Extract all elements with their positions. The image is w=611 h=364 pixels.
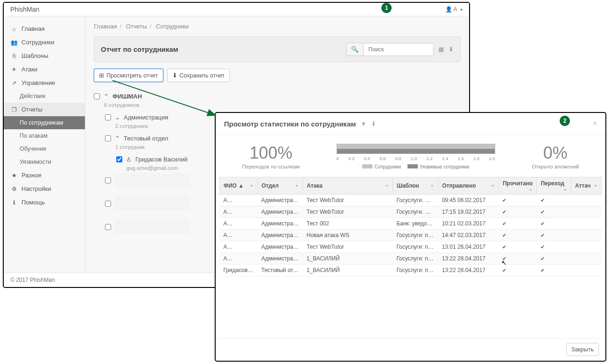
axis-tick: 1.6 [458, 156, 464, 161]
table-cell: ✔ [499, 206, 536, 218]
table-header[interactable]: Прочитано⌄ [499, 177, 536, 195]
chevron-up-icon: ⌃ [115, 135, 120, 142]
modal-footer: Закрыть [216, 338, 605, 361]
sidebar-item[interactable]: 👥Сотрудники [4, 35, 85, 49]
sidebar-item[interactable]: ★Разное [4, 168, 85, 182]
table-cell [571, 218, 601, 230]
app-title: PhishMan [10, 6, 39, 13]
sidebar-icon: ⚙ [10, 186, 18, 192]
table-row[interactable]: А…Администрац…Новая атака WSГосуслуги: п… [220, 230, 602, 241]
tree-node-root[interactable]: ⌃ ФИШМАН [94, 91, 461, 102]
table-header[interactable]: Аттач⌄ [571, 177, 601, 195]
table-cell [571, 253, 601, 265]
sidebar-item[interactable]: ⎘Шаблоны [4, 49, 85, 63]
sidebar-item[interactable]: ↗Управление [4, 76, 85, 90]
table-row[interactable]: А…Администрац…Тест WebTutorГосуслуги: п…… [220, 241, 602, 253]
user-menu[interactable]: 👤 A ▾ [445, 6, 463, 13]
search-button[interactable]: 🔍 [346, 42, 364, 56]
table-row[interactable]: А…Администрац…Тест WebTutorГосуслуги. Ш…… [220, 195, 602, 206]
search-input[interactable] [364, 43, 434, 56]
table-cell: Тест WebTutor [303, 241, 393, 253]
sidebar-icon: ★ [10, 172, 18, 179]
modal-title: Просмотр статистики по сотрудникам [224, 120, 356, 128]
sidebar-label: Действия [20, 93, 45, 99]
axis-tick: 1.0 [411, 156, 417, 161]
table-cell: А… [220, 206, 258, 218]
tree-checkbox[interactable] [105, 201, 111, 207]
table-cell: Тестовый от… [258, 265, 303, 276]
table-cell: ✔ [537, 241, 571, 253]
stats-table: ФИО ▲⌄Отдел⌄Атака⌄Шаблон⌄Отправлено⌄Проч… [219, 177, 602, 276]
table-row[interactable]: Гридасов Ва…Тестовый от…1_ВАСИЛИЙГосуслу… [220, 265, 602, 276]
table-header[interactable]: ФИО ▲⌄ [220, 177, 258, 195]
axis-tick: 0.4 [364, 156, 370, 161]
topbar: PhishMan 👤 A ▾ [4, 3, 469, 16]
callout-badge-1: 1 [381, 3, 392, 13]
sidebar-item[interactable]: ⚙Настройки [4, 182, 85, 196]
sidebar-item[interactable]: ❐Отчеты [4, 103, 85, 116]
chevron-up-icon: ⌃ [104, 93, 109, 100]
sidebar-item[interactable]: Обучение [4, 142, 85, 155]
sidebar-item[interactable]: По сотрудникам [4, 116, 85, 129]
table-header[interactable]: Атака⌄ [303, 177, 393, 195]
table-cell [571, 230, 601, 241]
table-header[interactable]: Отдел⌄ [258, 177, 303, 195]
sidebar-label: Обучение [20, 146, 46, 152]
axis-tick: 0.2 [348, 156, 354, 161]
sidebar-item[interactable]: Уязвимости [4, 155, 85, 168]
sidebar-icon: ❐ [10, 106, 18, 113]
table-cell: Госуслуги: п… [393, 241, 438, 253]
sidebar-item[interactable]: ✈Атаки [4, 63, 85, 76]
tree-label: ФИШМАН [112, 93, 142, 100]
table-cell: Администрац… [258, 253, 303, 265]
sidebar-item[interactable]: ℹПомощь [4, 196, 85, 209]
tree-count: 6 сотрудников [104, 102, 461, 112]
table-cell: ✔ [499, 265, 536, 276]
sidebar-item[interactable]: По атакам [4, 129, 85, 142]
tree-checkbox[interactable] [116, 156, 122, 162]
legend-label: Сотрудники [374, 164, 401, 169]
grid-icon[interactable]: ▦ [438, 46, 444, 53]
sidebar-icon: ⎘ [10, 53, 18, 59]
table-cell: 13:22 28.04.2017 [438, 265, 499, 276]
filter-icon[interactable]: ▼ [361, 120, 367, 127]
breadcrumb-item[interactable]: Отчеты [126, 23, 147, 30]
breadcrumb-item[interactable]: Главная [94, 23, 117, 30]
table-header[interactable]: Отправлено⌄ [438, 177, 499, 195]
table-cell: Администрац… [258, 206, 303, 218]
tree-checkbox[interactable] [94, 93, 100, 99]
tree-checkbox[interactable] [105, 177, 111, 183]
table-header[interactable]: Переход⌄ [537, 177, 571, 195]
sidebar-item[interactable]: Действия [4, 90, 85, 103]
table-cell: ✔ [499, 195, 536, 206]
table-header[interactable]: Шаблон⌄ [393, 177, 438, 195]
table-row[interactable]: А…Администрац…Тест WebTutorГосуслуги. Ш…… [220, 206, 602, 218]
table-cell: А… [220, 195, 258, 206]
table-cell: ✔ [537, 230, 571, 241]
sidebar-label: Атаки [21, 66, 37, 73]
sidebar-icon: 👥 [10, 39, 18, 46]
axis-tick: 0.8 [395, 156, 401, 161]
tree-checkbox[interactable] [105, 135, 111, 141]
close-button[interactable]: Закрыть [566, 343, 599, 356]
tree-checkbox[interactable] [105, 114, 111, 120]
save-report-button[interactable]: ⬇ Сохранить отчет [167, 69, 230, 82]
table-cell: ✔ [537, 206, 571, 218]
table-row[interactable]: А…Администрац…Тест 002Банк: уведом…10:21… [220, 218, 602, 230]
download-icon[interactable]: ⬇ [371, 120, 376, 127]
table-row[interactable]: А…Администрац…1_ВАСИЛИЙГосуслуги: п…13:2… [220, 253, 602, 265]
legend-swatch [362, 164, 372, 168]
tree-label: Тестовый отдел [124, 135, 169, 142]
preview-report-button[interactable]: ⊞ Просмотреть отчет [94, 69, 163, 82]
chart: 00.20.40.60.81.01.21.41.61.82.0 Сотрудни… [334, 144, 498, 169]
sidebar-item[interactable]: ⌂Главная [4, 22, 85, 35]
close-icon[interactable]: × [593, 119, 597, 128]
stat-label: Открыто вложений [532, 164, 579, 169]
table-cell: Администрац… [258, 218, 303, 230]
stat-links: 100% Переходов по ссылкам [242, 143, 300, 169]
table-cell: Новая атака WS [303, 230, 393, 241]
tree-checkbox[interactable] [105, 224, 111, 230]
download-icon[interactable]: ⬇ [449, 46, 454, 53]
person-icon: ♙ [126, 156, 132, 163]
user-icon: 👤 [445, 6, 452, 13]
